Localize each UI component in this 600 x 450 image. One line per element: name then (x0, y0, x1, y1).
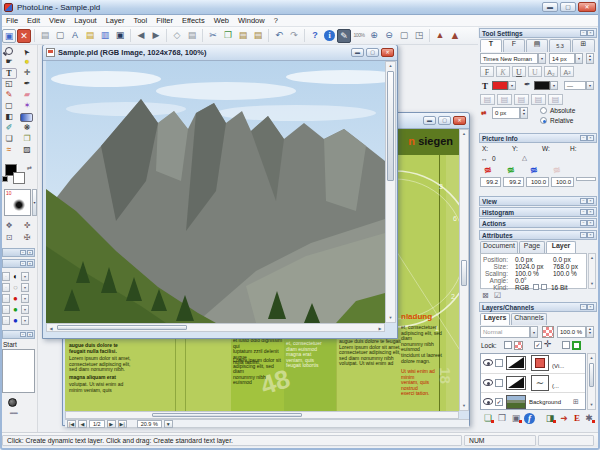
panel-close-icon[interactable]: × (27, 261, 33, 266)
position-x-value[interactable]: 0.0 px (515, 256, 533, 263)
layer-select-checkbox[interactable] (495, 359, 503, 367)
font-family-dropdown-icon[interactable]: ▾ (538, 53, 546, 64)
transform-tool-icon[interactable]: ✛ (19, 68, 35, 79)
panel-minimize-icon[interactable]: − (580, 209, 587, 215)
kind-checkbox[interactable] (533, 284, 539, 290)
pattern-tool-icon[interactable]: ▨ (19, 145, 35, 156)
scrollbar-thumb[interactable] (387, 71, 394, 181)
effects-button[interactable]: E (571, 412, 583, 424)
size-h-value[interactable]: 768.0 px (553, 263, 578, 270)
tool-settings-header[interactable]: Tool Settings − × (479, 28, 597, 38)
scroll-right-icon[interactable]: ▶ (376, 324, 384, 333)
menu-window[interactable]: Window (238, 16, 265, 25)
zoom-dropdown-button[interactable]: ▼ (164, 420, 173, 428)
gamut-large-icon[interactable]: ▲ (448, 29, 462, 43)
scroll-up-icon[interactable]: ▲ (589, 254, 595, 262)
palette-color-green[interactable]: ● (11, 305, 20, 314)
palette-left-button[interactable]: · (2, 305, 10, 314)
flyer-vertical-scrollbar[interactable]: ▲ ▼ (459, 129, 469, 411)
layer-visible-icon[interactable] (483, 379, 493, 386)
merge-layer-button[interactable]: ➜ (558, 412, 570, 424)
menu-view[interactable]: View (49, 16, 65, 25)
scrollbar-thumb[interactable] (589, 363, 594, 387)
panel-close-icon[interactable]: × (587, 209, 594, 215)
panel-close-icon[interactable]: × (27, 250, 33, 255)
pen-tool-icon[interactable]: ✎ (337, 29, 351, 43)
tab-page[interactable]: Page (519, 241, 545, 253)
double-underline-button[interactable]: U (528, 66, 542, 77)
attributes-scrollbar[interactable]: ▲ ▼ (588, 253, 596, 289)
swap-colors-icon[interactable]: ⇄ (27, 164, 32, 171)
paste-as-icon[interactable]: ▤ (251, 29, 265, 43)
font-size-spinner[interactable]: ▲▼ (586, 53, 594, 64)
stamp-tool-icon[interactable]: ❏ (1, 134, 17, 145)
lock-image-checkbox[interactable] (562, 341, 570, 349)
smudge-tool-icon[interactable]: ≈ (1, 145, 17, 156)
next-page-button[interactable]: ▶ (107, 420, 116, 428)
panel-minimize-icon[interactable]: − (20, 261, 26, 266)
tab-font[interactable]: F (503, 39, 525, 52)
tab-paragraph[interactable]: ▤ (526, 39, 548, 52)
default-colors-icon[interactable] (2, 176, 8, 182)
kind-checkbox[interactable] (541, 284, 547, 290)
save-icon[interactable]: ▣ (113, 29, 127, 43)
eyedropper-tool-icon[interactable]: ✐ (1, 123, 17, 134)
scroll-up-icon[interactable]: ▲ (460, 130, 468, 138)
position-y-value[interactable]: 0.0 px (553, 256, 571, 263)
menu-filter[interactable]: Filter (156, 16, 173, 25)
open-icon[interactable]: ▤ (83, 29, 97, 43)
kind-value[interactable]: RGB (515, 284, 529, 291)
panel-close-icon[interactable]: × (587, 220, 594, 226)
sample-window-titlebar[interactable]: Sample.pld (RGB Image, 1024x768, 100%) ▬… (43, 45, 397, 61)
panel-minimize-icon[interactable]: − (580, 220, 587, 226)
panel-minimize-icon[interactable]: − (20, 250, 26, 255)
extra-tool-3-icon[interactable]: ⊡ (1, 233, 17, 244)
angle-value[interactable]: 0.0° (515, 277, 527, 284)
align-left-button[interactable]: ▤ (480, 94, 495, 105)
minimize-button[interactable]: ▬ (542, 2, 558, 12)
panel-close-icon[interactable]: × (27, 332, 33, 337)
zoom-level-field[interactable]: 20.9 % (137, 420, 162, 428)
palette-right-button[interactable]: ▾ (21, 316, 29, 325)
opacity-spinner[interactable]: ▲▼ (586, 326, 594, 338)
back-icon[interactable]: ◀ (134, 29, 148, 43)
marquee-tool-icon[interactable]: ▢ (1, 101, 17, 112)
blend-mode-select[interactable]: Normal (480, 326, 530, 338)
text-color-dropdown-icon[interactable]: ▾ (508, 81, 516, 90)
italic-button[interactable]: K (496, 66, 510, 77)
start-panel-list[interactable] (2, 349, 35, 393)
panel-close-icon[interactable]: × (587, 304, 594, 310)
vector-pen-tool-icon[interactable]: ✒ (19, 79, 35, 90)
palette-right-button[interactable]: ▾ (21, 305, 29, 314)
tab-layer[interactable]: Layer (546, 241, 576, 253)
tab-text[interactable]: T (480, 39, 502, 52)
paste-icon[interactable]: ▤ (236, 29, 250, 43)
new-document-icon[interactable]: ▢ (53, 29, 67, 43)
force-justify-button[interactable]: ▤ (548, 94, 563, 105)
browse-icon[interactable]: ▤ (38, 29, 52, 43)
shape-tool-icon[interactable]: ● (19, 57, 35, 68)
layer-visible-icon[interactable] (483, 398, 493, 405)
palette-left-button[interactable]: · (2, 283, 10, 292)
panel-minimize-icon[interactable]: − (580, 30, 587, 36)
gradient-layer-thumbnail[interactable] (506, 376, 526, 390)
magic-wand-tool-icon[interactable]: ✶ (19, 101, 35, 112)
menu-help[interactable]: ? (274, 16, 278, 25)
tab-spacing[interactable]: 5.3 (549, 39, 571, 52)
new-image-layer-button[interactable]: ◨ (544, 412, 556, 424)
text-color-swatch[interactable] (492, 81, 508, 90)
prev-page-button[interactable]: ◀ (78, 420, 87, 428)
flyer-horizontal-scrollbar[interactable] (65, 411, 459, 419)
layers-panel-header[interactable]: Layers/Channels − × (479, 302, 597, 312)
apply-icon[interactable]: ☑ (494, 291, 501, 300)
zoom-100-icon[interactable]: 100% (352, 29, 366, 43)
panel-minimize-icon[interactable]: − (580, 304, 587, 310)
menu-effects[interactable]: Effects (182, 16, 205, 25)
menu-file[interactable]: File (6, 16, 18, 25)
layer-options-icon[interactable]: ⊞ (573, 398, 579, 406)
palette-right-button[interactable]: ▾ (21, 272, 29, 281)
scroll-down-icon[interactable]: ▼ (588, 401, 595, 409)
new-template-icon[interactable]: A (68, 29, 82, 43)
extra-tool-2-icon[interactable]: ✜ (19, 221, 35, 232)
actions-panel-header[interactable]: Actions − × (479, 218, 597, 228)
